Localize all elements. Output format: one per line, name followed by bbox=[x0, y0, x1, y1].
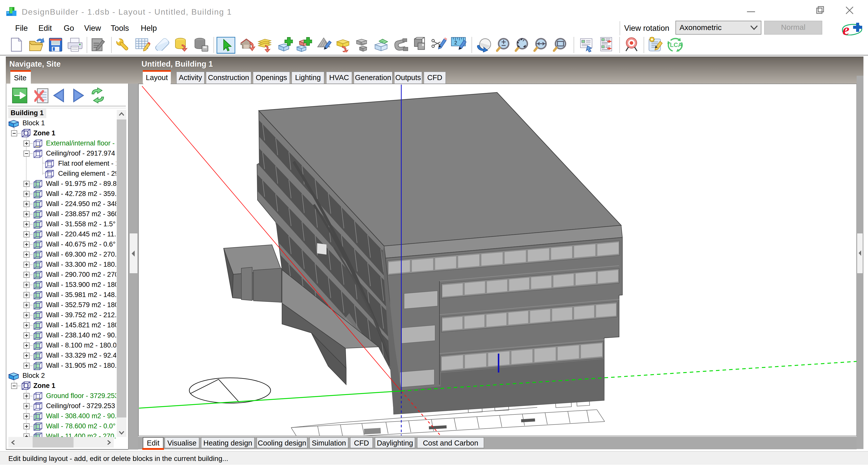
svg-text:e: e bbox=[842, 21, 849, 37]
svg-text:LCA: LCA bbox=[670, 41, 682, 48]
svg-text:2: 2 bbox=[454, 40, 457, 45]
